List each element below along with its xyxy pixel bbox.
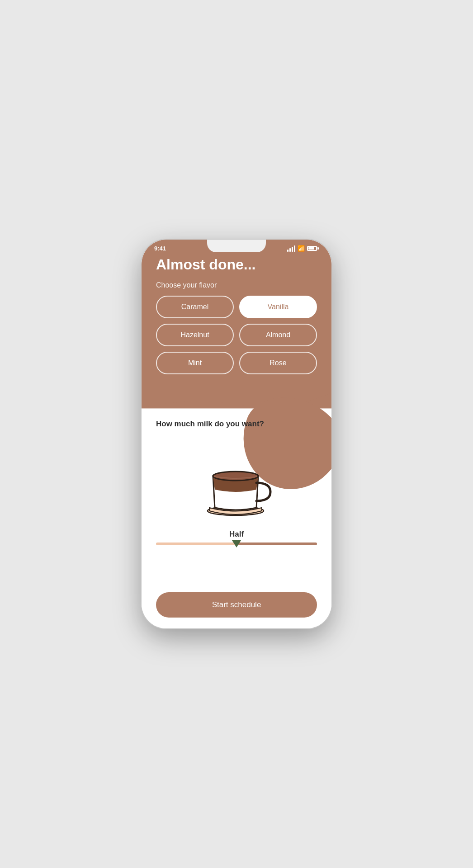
slider-track xyxy=(156,542,317,545)
flavor-almond[interactable]: Almond xyxy=(239,324,317,346)
flavor-section: Almost done... Choose your flavor Carame… xyxy=(142,252,331,385)
flavor-rose[interactable]: Rose xyxy=(239,352,317,374)
status-icons: 📶 xyxy=(287,245,319,252)
flavor-vanilla[interactable]: Vanilla xyxy=(239,296,317,318)
flavor-caramel[interactable]: Caramel xyxy=(156,296,234,318)
phone-notch xyxy=(207,240,266,252)
milk-slider-container xyxy=(156,542,317,545)
flavor-mint[interactable]: Mint xyxy=(156,352,234,374)
slider-label: Half xyxy=(229,530,244,539)
signal-icon xyxy=(287,245,295,252)
milk-question: How much milk do you want? xyxy=(156,420,264,429)
flavor-grid: Caramel Vanilla Hazelnut Almond Mint Ros… xyxy=(156,296,317,374)
flavor-label: Choose your flavor xyxy=(156,281,317,289)
milk-section: How much milk do you want? xyxy=(142,412,331,628)
coffee-cup-svg xyxy=(196,438,277,519)
phone-device: 9:41 📶 Almost done... Choose your flavor xyxy=(142,240,331,628)
page-title: Almost done... xyxy=(156,256,317,273)
coffee-cup xyxy=(196,438,277,521)
battery-icon xyxy=(307,246,319,251)
wifi-icon: 📶 xyxy=(298,245,305,252)
svg-point-2 xyxy=(213,472,258,481)
flavor-hazelnut[interactable]: Hazelnut xyxy=(156,324,234,346)
start-schedule-button[interactable]: Start schedule xyxy=(156,592,317,618)
status-time: 9:41 xyxy=(154,245,166,252)
phone-screen: 9:41 📶 Almost done... Choose your flavor xyxy=(142,240,331,628)
slider-thumb[interactable] xyxy=(232,540,241,547)
